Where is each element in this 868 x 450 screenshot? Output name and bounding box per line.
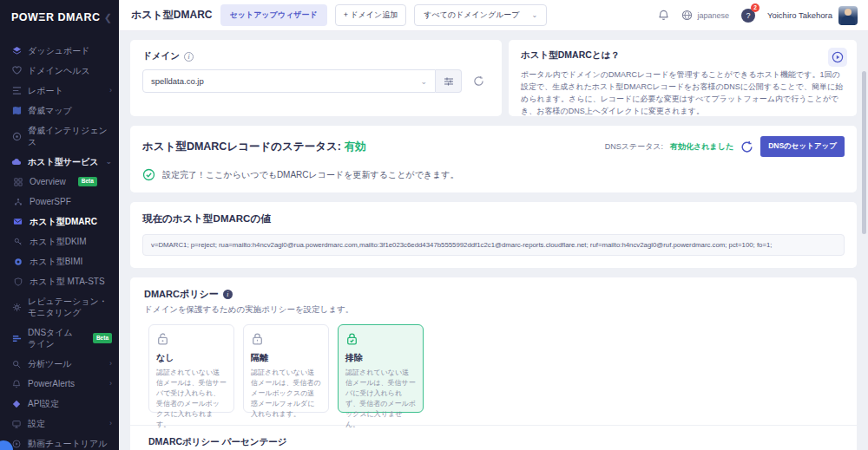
sidebar-item-label: ホスト型DKIM: [30, 236, 87, 247]
sidebar-item-domain-health[interactable]: ドメインヘルス: [0, 61, 119, 81]
policy-option-name: なし: [156, 352, 227, 364]
sidebar-item-hosted-mta-sts[interactable]: ホスト型 MTA-STS: [0, 271, 119, 291]
magnifier-icon: [11, 359, 22, 369]
status-title-label: ホスト型DMARCレコードのステータス:: [142, 140, 341, 153]
sidebar-collapse-icon[interactable]: ❮: [104, 12, 112, 23]
sidebar-item-api-settings[interactable]: API設定: [0, 394, 119, 414]
sidebar-item-overview[interactable]: Overview Beta: [0, 172, 119, 192]
domain-field-label-row: ドメイン i: [142, 50, 490, 62]
beta-badge: Beta: [78, 177, 97, 186]
sidebar-item-hosted-dkim[interactable]: ホスト型DKIM: [0, 232, 119, 251]
sidebar-item-reputation-monitoring[interactable]: レピュテーション・モニタリング: [0, 291, 119, 323]
setup-wizard-button[interactable]: セットアップウィザード: [220, 4, 327, 26]
top-header: ホスト型DMARC セットアップウィザード + ドメイン追加 すべてのドメイング…: [119, 0, 868, 31]
powerdmarc-logo[interactable]: POWΞR DMARC: [11, 11, 100, 23]
policy-option-reject-selected[interactable]: 排除 認証されていない送信メールは、受信サーバに受け入れられず、受信者のメールボ…: [338, 324, 424, 413]
domain-select[interactable]: spelldata.co.jp ⌄: [142, 69, 436, 93]
sidebar-item-hosted-bimi[interactable]: ホスト型BIMI: [0, 251, 119, 271]
dmarc-record-value[interactable]: v=DMARC1; p=reject; rua=mailto:h4ncv2agl…: [142, 234, 845, 256]
policy-option-none[interactable]: なし 認証されていない送信メールは、受信サーバで受け入れられ、受信者のメールボッ…: [148, 324, 234, 413]
sidebar-item-label: レポート: [28, 85, 63, 96]
policy-option-description: 認証されていない送信メールは、受信サーバに受け入れられず、受信者のメールボックス…: [345, 368, 416, 430]
map-icon: [11, 106, 22, 116]
domain-select-value: spelldata.co.jp: [151, 76, 204, 86]
monitor-icon: [11, 419, 22, 429]
logo-text-dmarc: DMARC: [57, 11, 100, 23]
language-label: japanese: [697, 11, 729, 20]
domain-selector-card: ドメイン i spelldata.co.jp ⌄: [130, 40, 502, 116]
refresh-domain-icon[interactable]: [467, 70, 490, 93]
sidebar-item-threat-intelligence[interactable]: 脅威インテリジェンス: [0, 121, 119, 152]
timeline-icon: [11, 333, 22, 343]
policy-option-description: 認証されていない送信メールは、受信者のメールボックスの迷惑メールフォルダに入れら…: [251, 368, 321, 420]
sidebar-item-label: ダッシュボード: [28, 45, 89, 56]
help-count-badge: 2: [751, 3, 760, 12]
policy-section-title: DMARCポリシー: [144, 288, 219, 301]
globe-icon: [681, 10, 693, 21]
intelligence-icon: [11, 131, 22, 141]
sidebar-item-settings[interactable]: 設定 ›: [0, 414, 119, 434]
notification-bell-icon[interactable]: [658, 10, 669, 21]
sidebar-item-hosted-services[interactable]: ホスト型サービス ⌄: [0, 152, 119, 172]
app-window: POWΞR DMARC ❮ ダッシュボード ドメインヘルス レポート › 脅威マ…: [0, 0, 868, 450]
sidebar-item-label: ホスト型DMARC: [30, 216, 97, 227]
sidebar-item-threat-map[interactable]: 脅威マップ: [0, 101, 119, 121]
sidebar-item-video-tutorials[interactable]: 動画チュートリアル: [0, 434, 119, 450]
status-message: 設定完了！ここからいつでもDMARCレコードを更新することができます。: [162, 169, 459, 181]
sidebar-item-powerspf[interactable]: PowerSPF: [0, 192, 119, 212]
sidebar-item-label: 動画チュートリアル: [28, 438, 107, 449]
dmarc-status-card: ホスト型DMARCレコードのステータス: 有効 DNSステータス: 有効化されま…: [130, 126, 857, 192]
api-icon: [11, 399, 22, 409]
check-circle-icon: [142, 168, 155, 181]
sidebar-item-label: ホスト型BIMI: [30, 256, 82, 267]
chevron-right-icon: ›: [109, 86, 112, 96]
sidebar-item-label: 脅威インテリジェンス: [28, 125, 112, 147]
dns-status-value: 有効化されました: [670, 141, 733, 153]
health-icon: [11, 66, 22, 76]
sidebar-item-label: API設定: [28, 398, 59, 409]
bimi-badge-icon: [13, 257, 23, 266]
envelope-icon: [13, 217, 23, 226]
sidebar-item-label: PowerSPF: [30, 196, 71, 207]
beta-badge: Beta: [93, 333, 112, 342]
key-icon: [13, 237, 23, 246]
sidebar-item-label: 分析ツール: [28, 358, 71, 369]
sidebar-item-poweralerts[interactable]: PowerAlerts ›: [0, 374, 119, 394]
sidebar-item-dashboard[interactable]: ダッシュボード: [0, 41, 119, 61]
scrollbar-thumb[interactable]: [862, 71, 866, 234]
add-domain-button[interactable]: + ドメイン追加: [335, 4, 407, 26]
sidebar-item-label: Overview: [30, 176, 66, 187]
logo-text-power: POWΞR: [11, 11, 54, 23]
unlock-icon: [156, 332, 227, 347]
video-icon: [11, 439, 22, 449]
language-selector[interactable]: japanese: [681, 10, 729, 21]
domain-group-dropdown[interactable]: すべてのドメイングループ ⌄: [414, 4, 547, 26]
help-button[interactable]: ? 2: [741, 9, 755, 23]
chevron-right-icon: ›: [109, 379, 112, 389]
dashboard-icon: [11, 46, 22, 56]
policy-option-quarantine[interactable]: 隔離 認証されていない送信メールは、受信者のメールボックスの迷惑メールフォルダに…: [243, 324, 329, 413]
chevron-down-icon: ⌄: [532, 11, 538, 19]
about-card-body: ポータル内でドメインのDMARCレコードを管理することができるホスト機能です。1…: [521, 69, 845, 118]
policy-options: なし 認証されていない送信メールは、受信サーバで受け入れられ、受信者のメールボッ…: [144, 324, 843, 413]
policy-percentage-section: DMARCポリシー パーセンテージ ポリシータグは、DMARCレコードに設定され…: [144, 426, 843, 450]
play-video-button[interactable]: [828, 48, 847, 67]
sidebar-item-label: ホスト型 MTA-STS: [30, 276, 105, 287]
chevron-down-icon: ⌄: [420, 77, 427, 86]
info-icon[interactable]: i: [184, 52, 194, 62]
sidebar-item-hosted-dmarc[interactable]: ホスト型DMARC: [0, 212, 119, 232]
dmarc-policy-card: DMARCポリシー i ドメインを保護するための実施ポリシーを設定します。 なし…: [130, 277, 857, 450]
current-record-card: 現在のホスト型DMARCの値 v=DMARC1; p=reject; rua=m…: [130, 202, 857, 268]
sidebar-item-reports[interactable]: レポート ›: [0, 81, 119, 101]
gear-icon: [11, 302, 22, 312]
chevron-right-icon: ›: [109, 419, 112, 429]
sidebar-item-analysis-tools[interactable]: 分析ツール ›: [0, 354, 119, 374]
record-section-title: 現在のホスト型DMARCの値: [142, 212, 845, 225]
sidebar: POWΞR DMARC ❮ ダッシュボード ドメインヘルス レポート › 脅威マ…: [0, 0, 119, 450]
dns-setup-button[interactable]: DNSのセットアップ: [760, 136, 845, 157]
user-menu[interactable]: Yoichiro Takehora: [767, 6, 858, 25]
sidebar-item-dns-timeline[interactable]: DNSタイムライン Beta: [0, 323, 119, 354]
manage-domains-button[interactable]: [436, 69, 462, 93]
info-icon[interactable]: i: [223, 290, 233, 299]
refresh-dns-status-icon[interactable]: [740, 140, 753, 153]
